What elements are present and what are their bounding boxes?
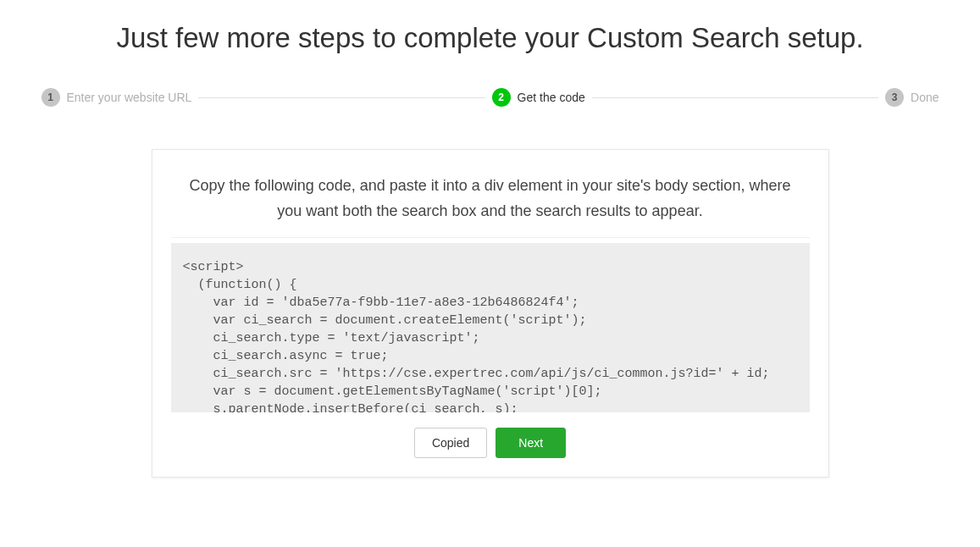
card-divider	[171, 237, 810, 238]
step-3: 3 Done	[885, 88, 938, 107]
step-line-2	[592, 97, 878, 98]
code-card: Copy the following code, and paste it in…	[152, 149, 829, 478]
step-2-label: Get the code	[518, 91, 585, 104]
next-button[interactable]: Next	[496, 428, 566, 458]
step-1-label: Enter your website URL	[67, 91, 192, 104]
card-instructions: Copy the following code, and paste it in…	[171, 174, 810, 224]
step-2: 2 Get the code	[492, 88, 585, 107]
step-1: 1 Enter your website URL	[42, 88, 192, 107]
copied-button[interactable]: Copied	[414, 428, 487, 458]
button-row: Copied Next	[171, 428, 810, 458]
stepper: 1 Enter your website URL 2 Get the code …	[42, 88, 939, 107]
page-title: Just few more steps to complete your Cus…	[0, 22, 980, 54]
step-3-number: 3	[885, 88, 904, 107]
step-1-number: 1	[42, 88, 60, 107]
step-3-label: Done	[911, 91, 938, 104]
step-2-number: 2	[492, 88, 511, 107]
code-snippet-box[interactable]	[171, 243, 810, 412]
step-line-1	[198, 97, 484, 98]
